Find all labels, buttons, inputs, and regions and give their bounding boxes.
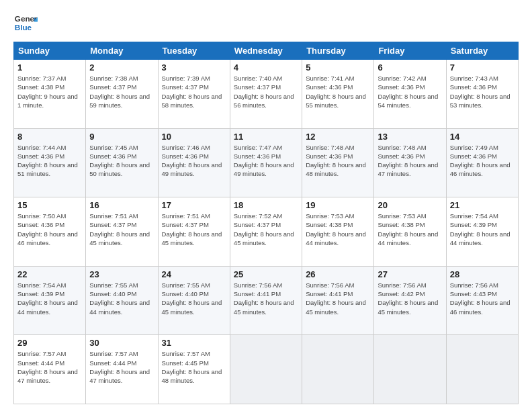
calendar-cell: 13 Sunrise: 7:48 AM Sunset: 4:36 PM Dayl… [374,128,446,197]
cell-daylight: Daylight: 8 hours and 59 minutes. [89,93,150,109]
calendar-cell: 23 Sunrise: 7:55 AM Sunset: 4:40 PM Dayl… [86,266,158,335]
day-number: 21 [450,200,515,210]
cell-sunset: Sunset: 4:44 PM [17,359,64,367]
cell-sunset: Sunset: 4:40 PM [162,290,209,298]
cell-daylight: Daylight: 8 hours and 53 minutes. [450,93,511,109]
cell-sunset: Sunset: 4:42 PM [378,290,425,298]
day-number: 23 [89,269,154,279]
cell-sunrise: Sunrise: 7:49 AM [450,144,498,151]
cell-daylight: Daylight: 8 hours and 48 minutes. [306,161,366,177]
day-number: 6 [378,62,442,73]
cell-daylight: Daylight: 8 hours and 45 minutes. [234,230,294,246]
calendar-cell: 31 Sunrise: 7:57 AM Sunset: 4:45 PM Dayl… [158,335,230,404]
cell-daylight: Daylight: 8 hours and 51 minutes. [17,161,78,177]
calendar-cell: 3 Sunrise: 7:39 AM Sunset: 4:37 PM Dayli… [158,60,230,129]
cell-daylight: Daylight: 8 hours and 44 minutes. [89,299,150,315]
header: General Blue [13,11,519,35]
day-number: 29 [17,338,82,348]
cell-daylight: Daylight: 8 hours and 49 minutes. [162,161,222,177]
day-number: 20 [378,200,442,210]
calendar-cell: 7 Sunrise: 7:43 AM Sunset: 4:36 PM Dayli… [446,60,518,129]
cell-sunrise: Sunrise: 7:47 AM [234,144,282,151]
svg-text:Blue: Blue [15,23,32,32]
cell-daylight: Daylight: 8 hours and 45 minutes. [89,230,150,246]
col-header-monday: Monday [86,42,158,60]
cell-sunset: Sunset: 4:43 PM [450,290,497,298]
calendar-cell [446,335,518,404]
calendar-week-2: 8 Sunrise: 7:44 AM Sunset: 4:36 PM Dayli… [14,128,519,197]
calendar-week-1: 1 Sunrise: 7:37 AM Sunset: 4:38 PM Dayli… [14,60,519,129]
cell-sunrise: Sunrise: 7:56 AM [234,281,282,289]
cell-sunrise: Sunrise: 7:51 AM [89,212,138,220]
cell-sunrise: Sunrise: 7:54 AM [17,281,66,289]
cell-sunrise: Sunrise: 7:37 AM [17,75,66,82]
cell-daylight: Daylight: 9 hours and 1 minute. [17,93,78,109]
cell-sunrise: Sunrise: 7:54 AM [450,212,498,220]
cell-sunrise: Sunrise: 7:43 AM [450,75,498,82]
cell-daylight: Daylight: 8 hours and 58 minutes. [162,93,222,109]
calendar-cell: 27 Sunrise: 7:56 AM Sunset: 4:42 PM Dayl… [374,266,446,335]
calendar-cell: 29 Sunrise: 7:57 AM Sunset: 4:44 PM Dayl… [14,335,86,404]
day-number: 12 [306,132,370,142]
cell-sunset: Sunset: 4:36 PM [378,83,425,91]
day-number: 1 [17,62,82,73]
calendar-cell: 8 Sunrise: 7:44 AM Sunset: 4:36 PM Dayli… [14,128,86,197]
cell-daylight: Daylight: 8 hours and 45 minutes. [378,299,438,315]
calendar-cell [302,335,374,404]
cell-daylight: Daylight: 8 hours and 48 minutes. [162,368,222,384]
day-number: 7 [450,62,515,73]
page: General Blue SundayMondayTuesdayWednesda… [0,0,532,411]
cell-sunset: Sunset: 4:36 PM [450,83,497,91]
cell-sunrise: Sunrise: 7:46 AM [162,144,210,151]
cell-sunrise: Sunrise: 7:56 AM [450,281,498,289]
calendar-cell: 21 Sunrise: 7:54 AM Sunset: 4:39 PM Dayl… [446,197,518,267]
calendar-cell: 1 Sunrise: 7:37 AM Sunset: 4:38 PM Dayli… [14,60,86,129]
calendar-cell: 28 Sunrise: 7:56 AM Sunset: 4:43 PM Dayl… [446,266,518,335]
day-number: 3 [162,62,226,73]
cell-daylight: Daylight: 8 hours and 44 minutes. [378,230,438,246]
cell-sunset: Sunset: 4:37 PM [162,221,209,228]
day-number: 28 [450,269,515,279]
cell-sunrise: Sunrise: 7:48 AM [378,144,426,151]
cell-sunset: Sunset: 4:37 PM [162,83,209,91]
day-number: 4 [234,62,298,73]
cell-daylight: Daylight: 8 hours and 44 minutes. [17,299,78,315]
calendar-week-3: 15 Sunrise: 7:50 AM Sunset: 4:36 PM Dayl… [14,197,519,267]
day-number: 22 [17,269,82,279]
cell-sunset: Sunset: 4:37 PM [234,83,281,91]
cell-sunset: Sunset: 4:36 PM [306,83,353,91]
cell-sunrise: Sunrise: 7:39 AM [162,75,210,82]
cell-sunset: Sunset: 4:45 PM [162,359,209,367]
cell-sunset: Sunset: 4:38 PM [378,221,425,228]
cell-sunrise: Sunrise: 7:48 AM [306,144,354,151]
cell-daylight: Daylight: 8 hours and 44 minutes. [306,230,366,246]
cell-sunset: Sunset: 4:36 PM [234,152,281,160]
cell-sunset: Sunset: 4:39 PM [450,221,497,228]
cell-daylight: Daylight: 8 hours and 44 minutes. [450,230,511,246]
day-number: 30 [89,338,154,348]
cell-daylight: Daylight: 8 hours and 47 minutes. [378,161,438,177]
cell-sunrise: Sunrise: 7:53 AM [306,212,354,220]
cell-daylight: Daylight: 8 hours and 55 minutes. [306,93,366,109]
cell-sunrise: Sunrise: 7:38 AM [89,75,138,82]
day-number: 25 [234,269,298,279]
cell-sunset: Sunset: 4:44 PM [89,359,136,367]
day-number: 11 [234,132,298,142]
calendar-cell: 16 Sunrise: 7:51 AM Sunset: 4:37 PM Dayl… [86,197,158,267]
cell-sunset: Sunset: 4:40 PM [89,290,136,298]
col-header-sunday: Sunday [14,42,86,60]
calendar-table: SundayMondayTuesdayWednesdayThursdayFrid… [13,42,519,404]
cell-sunrise: Sunrise: 7:56 AM [378,281,426,289]
day-number: 10 [162,132,226,142]
cell-sunset: Sunset: 4:36 PM [306,152,353,160]
day-number: 26 [306,269,370,279]
day-number: 16 [89,200,154,210]
logo: General Blue [13,11,38,35]
cell-sunrise: Sunrise: 7:53 AM [378,212,426,220]
cell-sunrise: Sunrise: 7:57 AM [17,350,66,357]
cell-sunset: Sunset: 4:41 PM [234,290,281,298]
col-header-thursday: Thursday [302,42,374,60]
cell-daylight: Daylight: 8 hours and 45 minutes. [234,299,294,315]
calendar-cell: 6 Sunrise: 7:42 AM Sunset: 4:36 PM Dayli… [374,60,446,129]
cell-sunset: Sunset: 4:36 PM [17,221,64,228]
